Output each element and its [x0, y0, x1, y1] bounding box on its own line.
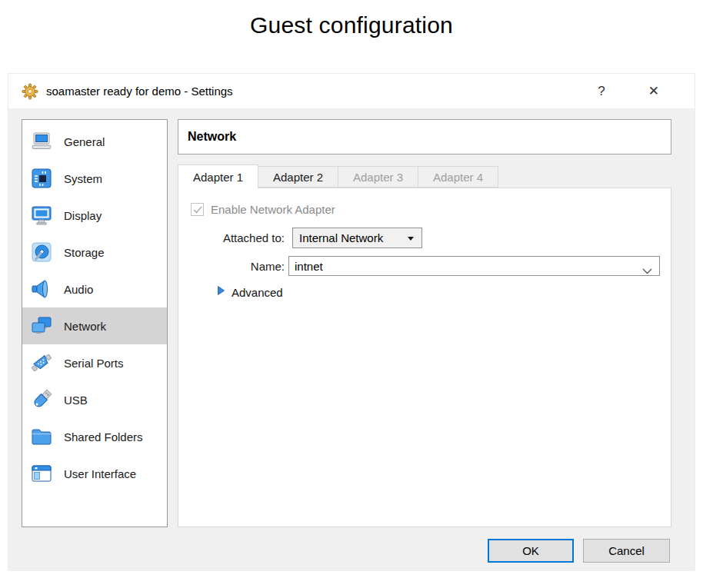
page-title: Guest configuration: [0, 12, 703, 38]
attached-to-value: Internal Network: [299, 231, 383, 244]
ok-button[interactable]: OK: [488, 539, 574, 563]
sidebar-item-usb[interactable]: USB: [22, 381, 167, 418]
attached-to-label: Attached to:: [178, 231, 285, 244]
sidebar-item-general[interactable]: General: [22, 123, 167, 160]
storage-icon: [29, 240, 54, 264]
sidebar-item-shared-folders[interactable]: Shared Folders: [22, 418, 167, 455]
tab-adapter-4: Adapter 4: [418, 166, 498, 188]
sidebar-item-label: USB: [64, 394, 88, 407]
dropdown-arrow-icon: [408, 237, 414, 241]
name-value: intnet: [295, 260, 323, 273]
sidebar-item-label: System: [64, 172, 102, 185]
attached-to-dropdown[interactable]: Internal Network: [292, 228, 422, 248]
sidebar-item-label: Storage: [64, 246, 105, 259]
audio-icon: [29, 277, 54, 301]
close-button[interactable]: ✕: [648, 85, 659, 98]
sidebar-item-user-interface[interactable]: User Interface: [22, 455, 167, 492]
section-title: Network: [178, 119, 671, 154]
sidebar-item-label: Audio: [64, 283, 93, 296]
sidebar-item-audio[interactable]: Audio: [22, 271, 167, 307]
sidebar-item-display[interactable]: Display: [22, 197, 167, 234]
expander-triangle-icon: [217, 285, 225, 299]
advanced-label: Advanced: [232, 286, 283, 299]
enable-network-adapter-row: Enable Network Adapter: [191, 203, 335, 216]
advanced-expander[interactable]: Advanced: [217, 285, 283, 299]
sidebar-item-label: User Interface: [64, 467, 136, 480]
sidebar-item-system[interactable]: System: [22, 160, 167, 197]
shared-folders-icon: [29, 424, 54, 449]
name-label: Name:: [178, 260, 285, 273]
adapter-tabs: Adapter 1 Adapter 2 Adapter 3 Adapter 4: [178, 164, 498, 188]
settings-gear-icon: [22, 83, 38, 100]
checkmark-icon: [193, 206, 202, 214]
adapter-panel: Enable Network Adapter Attached to: Inte…: [178, 188, 671, 527]
usb-icon: [29, 387, 54, 412]
name-combobox[interactable]: intnet: [288, 256, 660, 276]
sidebar-item-label: General: [64, 135, 105, 148]
sidebar-item-label: Serial Ports: [64, 357, 124, 370]
general-icon: [29, 129, 54, 154]
help-button[interactable]: ?: [598, 85, 605, 98]
sidebar: General: [22, 119, 168, 527]
titlebar: soamaster ready for demo - Settings ? ✕: [8, 74, 695, 108]
tab-adapter-1[interactable]: Adapter 1: [178, 164, 258, 188]
sidebar-item-label: Display: [64, 209, 102, 222]
display-icon: [29, 203, 54, 228]
window-title: soamaster ready for demo - Settings: [46, 85, 233, 98]
sidebar-item-label: Shared Folders: [64, 430, 143, 443]
tab-adapter-2[interactable]: Adapter 2: [258, 166, 338, 188]
dialog-footer: OK Cancel: [488, 539, 670, 563]
network-icon: [29, 314, 54, 338]
system-icon: [29, 166, 54, 191]
settings-window: soamaster ready for demo - Settings ? ✕ …: [8, 73, 695, 570]
window-body: General: [8, 108, 695, 571]
sidebar-item-label: Network: [64, 320, 106, 333]
cancel-button[interactable]: Cancel: [583, 539, 670, 563]
sidebar-item-serial-ports[interactable]: Serial Ports: [22, 344, 167, 381]
chevron-down-icon: [642, 264, 652, 277]
enable-network-adapter-label: Enable Network Adapter: [211, 203, 335, 216]
serial-ports-icon: [29, 350, 54, 375]
sidebar-item-storage[interactable]: Storage: [22, 234, 167, 271]
enable-network-adapter-checkbox: [191, 203, 204, 216]
user-interface-icon: [29, 461, 54, 486]
sidebar-item-network[interactable]: Network: [22, 307, 167, 344]
tab-adapter-3: Adapter 3: [338, 166, 418, 188]
